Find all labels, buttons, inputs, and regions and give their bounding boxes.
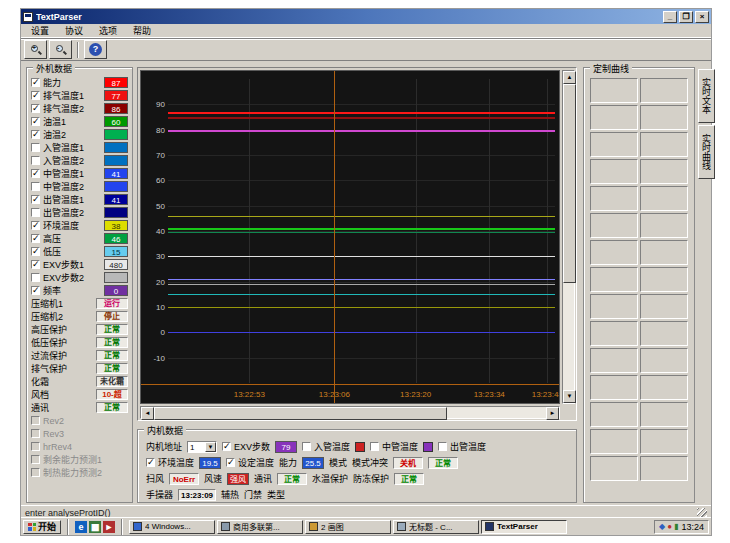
resize-grip[interactable] <box>697 508 707 518</box>
start-button[interactable]: 开始 <box>23 520 61 534</box>
horizontal-gridline <box>168 358 555 359</box>
horizontal-scrollbar[interactable]: ◄ ► <box>140 406 560 419</box>
minimize-button[interactable]: _ <box>663 11 677 23</box>
field-checkbox[interactable] <box>146 458 155 467</box>
curve-slot[interactable] <box>640 105 688 130</box>
task-button[interactable]: 无标题 - C... <box>393 520 479 534</box>
curve-slot[interactable] <box>590 348 638 373</box>
task-button[interactable]: 2 画图 <box>305 520 391 534</box>
menu-item[interactable]: 帮助 <box>125 24 159 37</box>
row-checkbox[interactable] <box>31 286 40 295</box>
menu-item[interactable]: 设置 <box>23 24 57 37</box>
row-checkbox[interactable] <box>31 182 40 191</box>
ie-icon[interactable]: e <box>75 521 87 533</box>
row-checkbox[interactable] <box>31 273 40 282</box>
task-app-icon <box>397 522 406 531</box>
curve-slot[interactable] <box>590 321 638 346</box>
row-checkbox[interactable] <box>31 416 40 425</box>
row-checkbox[interactable] <box>31 156 40 165</box>
curve-slot[interactable] <box>590 456 638 481</box>
scroll-left-icon[interactable]: ◄ <box>141 407 154 420</box>
curve-slot[interactable] <box>640 321 688 346</box>
scroll-up-icon[interactable]: ▲ <box>563 71 576 84</box>
close-button[interactable]: × <box>695 11 709 23</box>
row-checkbox[interactable] <box>31 429 40 438</box>
row-checkbox[interactable] <box>31 247 40 256</box>
curve-slot[interactable] <box>590 294 638 319</box>
vertical-scroll-thumb[interactable] <box>563 84 576 283</box>
curve-slot[interactable] <box>640 348 688 373</box>
curve-slot[interactable] <box>640 159 688 184</box>
curve-slot[interactable] <box>640 78 688 103</box>
chart-cursor[interactable] <box>334 71 335 403</box>
view-tab[interactable]: 实时曲线 <box>698 125 715 179</box>
scroll-right-icon[interactable]: ► <box>546 407 559 420</box>
row-checkbox[interactable] <box>31 130 40 139</box>
curve-slot[interactable] <box>590 213 638 238</box>
alert-icon[interactable]: ● <box>667 522 672 532</box>
field-checkbox-group: 设定温度 <box>226 456 274 469</box>
task-button[interactable]: 4 Windows... <box>129 520 215 534</box>
maximize-button[interactable]: ❐ <box>679 11 693 23</box>
row-checkbox[interactable] <box>31 143 40 152</box>
menu-item[interactable]: 选项 <box>91 24 125 37</box>
row-checkbox[interactable] <box>31 468 40 477</box>
field-checkbox[interactable] <box>370 442 379 451</box>
curve-slot[interactable] <box>590 267 638 292</box>
curve-slot[interactable] <box>640 213 688 238</box>
field-checkbox[interactable] <box>222 442 231 451</box>
curve-slot[interactable] <box>590 159 638 184</box>
volume-icon[interactable]: ◆ <box>659 522 665 532</box>
curve-slot[interactable] <box>640 294 688 319</box>
row-checkbox[interactable] <box>31 442 40 451</box>
curve-slot[interactable] <box>640 402 688 427</box>
help-button[interactable]: ? <box>84 40 107 59</box>
curve-slot[interactable] <box>590 429 638 454</box>
curve-slot[interactable] <box>640 132 688 157</box>
scroll-down-icon[interactable]: ▼ <box>563 390 576 403</box>
row-checkbox[interactable] <box>31 260 40 269</box>
row-checkbox[interactable] <box>31 455 40 464</box>
curve-slot[interactable] <box>590 186 638 211</box>
row-checkbox[interactable] <box>31 221 40 230</box>
row-checkbox[interactable] <box>31 117 40 126</box>
row-checkbox[interactable] <box>31 91 40 100</box>
horizontal-scroll-thumb[interactable] <box>154 407 447 420</box>
curve-slot[interactable] <box>590 78 638 103</box>
curve-slot[interactable] <box>590 375 638 400</box>
row-checkbox[interactable] <box>31 78 40 87</box>
field-checkbox[interactable] <box>226 458 235 467</box>
field-checkbox-group: 中管温度 <box>370 440 418 453</box>
curve-slot[interactable] <box>640 240 688 265</box>
address-combobox[interactable]: 1▼ <box>187 441 217 453</box>
menu-item[interactable]: 协议 <box>57 24 91 37</box>
field-checkbox[interactable] <box>438 442 447 451</box>
curve-slot[interactable] <box>590 105 638 130</box>
zoom-out-button[interactable]: - <box>49 40 72 59</box>
show-desktop-icon[interactable]: ▦ <box>89 521 101 533</box>
row-checkbox[interactable] <box>31 234 40 243</box>
curve-slot[interactable] <box>590 402 638 427</box>
curve-slot[interactable] <box>590 240 638 265</box>
row-checkbox[interactable] <box>31 208 40 217</box>
task-button[interactable]: TextParser <box>481 520 567 534</box>
row-checkbox[interactable] <box>31 104 40 113</box>
curve-slot[interactable] <box>640 186 688 211</box>
view-tab[interactable]: 实时文本 <box>698 69 715 123</box>
media-player-icon[interactable]: ► <box>103 521 115 533</box>
zoom-in-button[interactable]: + <box>24 40 47 59</box>
field-status-box: 正常 <box>394 473 424 485</box>
chevron-down-icon[interactable]: ▼ <box>205 442 216 452</box>
row-checkbox[interactable] <box>31 169 40 178</box>
curve-slot[interactable] <box>640 375 688 400</box>
row-checkbox[interactable] <box>31 195 40 204</box>
field-checkbox[interactable] <box>302 442 311 451</box>
curve-slot[interactable] <box>640 267 688 292</box>
task-button[interactable]: 商用多联第... <box>217 520 303 534</box>
vertical-scrollbar[interactable]: ▲ ▼ <box>562 70 575 404</box>
row-label: 排气温度1 <box>43 89 101 102</box>
network-icon[interactable]: ▮ <box>674 522 678 532</box>
curve-slot[interactable] <box>640 456 688 481</box>
curve-slot[interactable] <box>590 132 638 157</box>
curve-slot[interactable] <box>640 429 688 454</box>
